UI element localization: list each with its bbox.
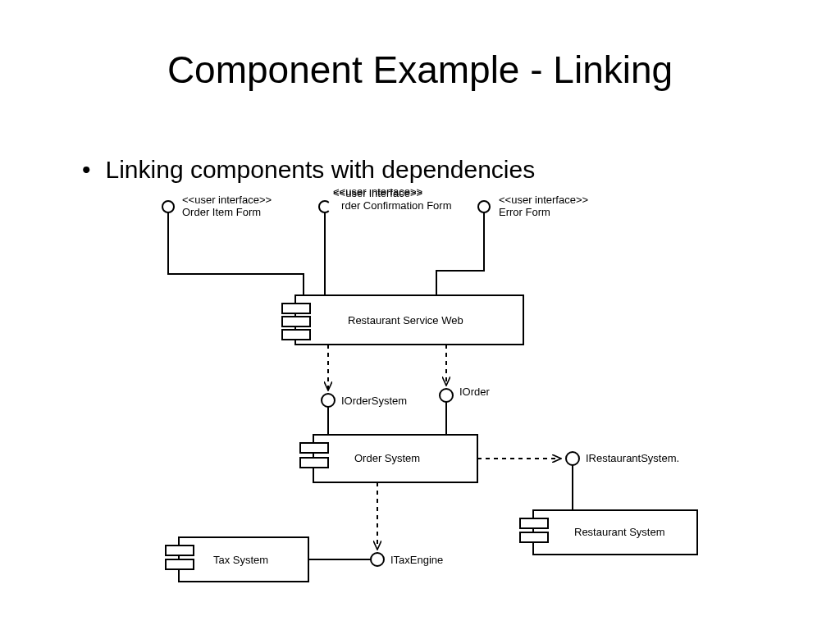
interface-label: <<user interface>> [333,189,422,199]
slide: Component Example - Linking Linking comp… [0,0,840,630]
component-restaurant-system: Restaurant System [520,510,697,555]
component-label: Restaurant Service Web [348,314,463,326]
interface-label: <<user interface>> [499,194,588,206]
lollipop-icon [440,389,453,402]
svg-rect-19 [166,546,194,555]
lollipop-icon [478,201,490,212]
interface-label: ITaxEngine [390,554,443,566]
component-restaurant-service-web: Restaurant Service Web [282,295,523,345]
lollipop-icon [162,201,174,212]
svg-rect-4 [282,304,310,313]
bullet-text: Linking components with dependencies [106,156,536,184]
component-label: Restaurant System [574,526,665,538]
component-diagram: <<user interface>> Order Item Form <<use… [131,189,755,607]
slide-title: Component Example - Linking [0,48,840,92]
bullet-item: Linking components with dependencies [82,156,535,184]
component-label: Tax System [213,554,268,566]
interface-label: IOrder [459,386,491,398]
interface-label: IOrderSystem [341,395,407,407]
interface-label: Order Confirmation Form [333,199,451,212]
lollipop-icon [371,553,384,566]
svg-rect-13 [300,458,328,468]
component-order-system: Order System [300,435,477,482]
svg-rect-5 [282,317,310,326]
interface-label: IRestaurantSystem. [586,452,679,464]
interface-label: Order Item Form [182,206,261,218]
lollipop-icon [566,452,579,465]
svg-rect-23 [520,532,548,542]
svg-rect-20 [166,559,194,569]
component-tax-system: Tax System [166,537,308,582]
interface-label: Error Form [499,206,550,218]
component-label: Order System [354,452,420,464]
svg-point-2 [327,199,342,214]
interface-label: <<user interface>> [182,194,272,206]
svg-rect-22 [520,518,548,528]
svg-rect-12 [300,443,328,453]
svg-rect-6 [282,330,310,340]
lollipop-icon [322,394,335,407]
